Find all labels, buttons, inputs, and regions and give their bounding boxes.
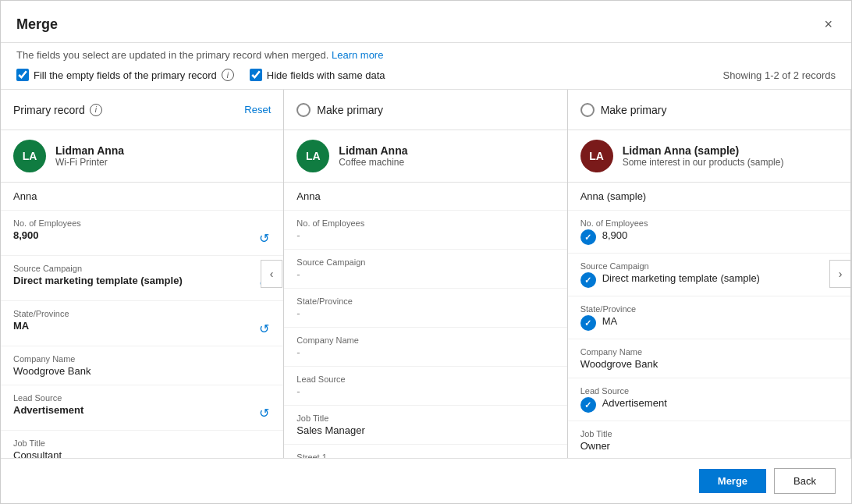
field-group: Source Campaign Direct marketing templat… xyxy=(1,256,283,301)
primary-avatar: LA xyxy=(13,140,46,172)
toolbar: Fill the empty fields of the primary rec… xyxy=(1,61,851,90)
hide-same-checkbox[interactable] xyxy=(250,69,262,81)
dialog-header: Merge × xyxy=(1,1,851,43)
make-primary-label-2: Make primary xyxy=(601,104,667,116)
field-group: State/Province MA xyxy=(568,296,850,339)
column-make-primary-1: Make primary LA Lidman Anna Coffee machi… xyxy=(284,90,567,458)
field-group: State/Province - xyxy=(284,289,566,328)
primary-record-label: Primary record xyxy=(13,104,85,116)
primary-info-icon[interactable]: i xyxy=(90,104,102,116)
check-icon xyxy=(580,272,596,288)
field-group: No. of Employees 8,900 ↺ xyxy=(1,211,283,256)
hide-same-checkbox-label[interactable]: Hide fields with same data xyxy=(250,69,385,81)
first-name-2: Anna xyxy=(284,183,566,211)
field-group: Company Name - xyxy=(284,328,566,367)
field-group: Company Name Woodgrove Bank xyxy=(568,339,850,378)
primary-record-subtitle: Wi-Fi Printer xyxy=(55,157,124,168)
first-name-3: Anna (sample) xyxy=(568,183,850,211)
merge-button[interactable]: Merge xyxy=(699,469,766,493)
record-name-2: Lidman Anna xyxy=(339,144,407,157)
make-primary-header-2: Make primary xyxy=(568,90,850,130)
primary-record-info: LA Lidman Anna Wi-Fi Printer xyxy=(1,130,283,183)
field-group: Job Title Owner xyxy=(568,421,850,458)
record-info-2: LA Lidman Anna Coffee machine xyxy=(284,130,566,183)
dialog-subtitle: The fields you select are updated in the… xyxy=(1,43,851,61)
avatar-2: LA xyxy=(296,140,329,172)
field-group: Street 1 xyxy=(284,445,566,458)
revert-button[interactable]: ↺ xyxy=(257,404,271,422)
nav-arrow-right[interactable]: › xyxy=(829,260,851,288)
record-name-3: Lidman Anna (sample) xyxy=(623,144,784,157)
primary-record-header: Primary record i Reset xyxy=(1,90,283,130)
make-primary-radio-2[interactable] xyxy=(580,103,595,117)
primary-first-name: Anna xyxy=(1,183,283,211)
fill-empty-checkbox[interactable] xyxy=(16,69,29,81)
close-button[interactable]: × xyxy=(821,13,836,36)
field-group: No. of Employees 8,900 xyxy=(568,211,850,254)
info-icon[interactable]: i xyxy=(222,69,234,81)
field-group: Job Title Sales Manager xyxy=(284,406,566,445)
revert-button[interactable]: ↺ xyxy=(257,320,271,338)
record-info-3: LA Lidman Anna (sample) Some interest in… xyxy=(568,130,850,183)
check-icon xyxy=(580,229,596,245)
field-group: No. of Employees - xyxy=(284,211,566,250)
field-group: State/Province MA ↺ xyxy=(1,301,283,346)
primary-record-name: Lidman Anna xyxy=(55,144,124,157)
field-group: Lead Source - xyxy=(284,367,566,406)
column-primary: Primary record i Reset LA Lidman Anna Wi… xyxy=(1,90,284,458)
field-group: Lead Source Advertisement ↺ xyxy=(1,385,283,431)
learn-more-link[interactable]: Learn more xyxy=(332,49,383,61)
field-group: Job Title Consultant xyxy=(1,431,283,458)
record-subtitle-2: Coffee machine xyxy=(339,157,407,168)
fill-empty-checkbox-label[interactable]: Fill the empty fields of the primary rec… xyxy=(16,69,234,81)
nav-arrow-left[interactable]: ‹ xyxy=(261,260,282,288)
field-group: Company Name Woodgrove Bank xyxy=(1,346,283,385)
avatar-3: LA xyxy=(580,140,613,172)
merge-dialog: Merge × The fields you select are update… xyxy=(0,0,852,504)
dialog-title: Merge xyxy=(16,16,58,33)
toolbar-left: Fill the empty fields of the primary rec… xyxy=(16,69,385,81)
field-group: Lead Source Advertisement xyxy=(568,378,850,421)
make-primary-radio-1[interactable] xyxy=(296,103,311,117)
showing-text: Showing 1-2 of 2 records xyxy=(722,69,836,81)
revert-button[interactable]: ↺ xyxy=(257,229,271,247)
record-subtitle-3: Some interest in our products (sample) xyxy=(623,157,784,168)
make-primary-label-1: Make primary xyxy=(317,104,383,116)
columns-area: Primary record i Reset LA Lidman Anna Wi… xyxy=(1,90,851,458)
field-group: Source Campaign Direct marketing templat… xyxy=(568,254,850,296)
dialog-footer: Merge Back xyxy=(1,458,851,503)
column-make-primary-2: Make primary LA Lidman Anna (sample) Som… xyxy=(568,90,851,458)
field-group: Source Campaign - xyxy=(284,250,566,289)
check-icon xyxy=(580,315,596,331)
make-primary-header-1: Make primary xyxy=(284,90,566,130)
back-button[interactable]: Back xyxy=(774,468,836,494)
reset-button[interactable]: Reset xyxy=(244,104,271,115)
check-icon xyxy=(580,397,596,413)
